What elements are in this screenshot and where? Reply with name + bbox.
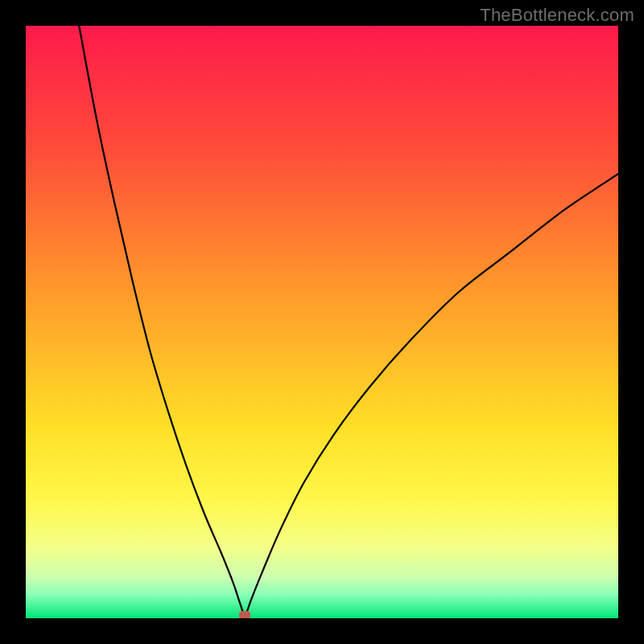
curve-right-branch <box>245 174 618 618</box>
bottleneck-curve <box>26 26 618 618</box>
plot-area <box>26 26 618 618</box>
chart-frame: TheBottleneck.com <box>0 0 644 644</box>
watermark-text: TheBottleneck.com <box>480 5 634 26</box>
curve-left-branch <box>79 26 245 618</box>
minimum-marker <box>239 611 250 618</box>
